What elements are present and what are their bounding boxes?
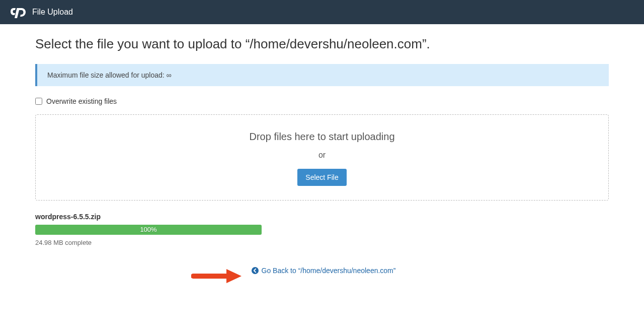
progress-percent-label: 100% [35, 225, 262, 235]
back-link-row: Go Back to “/home/devershu/neoleen.com” [35, 267, 609, 275]
dropzone-text: Drop files here to start uploading [46, 131, 598, 143]
svg-marker-1 [226, 269, 242, 283]
svg-point-2 [252, 267, 259, 274]
app-header: File Upload [0, 0, 644, 24]
overwrite-row[interactable]: Overwrite existing files [35, 97, 609, 105]
progress-bar-fill: 100% [35, 225, 262, 235]
dropzone-or-text: or [46, 151, 598, 160]
page-title: Select the file you want to upload to “/… [35, 36, 609, 52]
go-back-link-label: Go Back to “/home/devershu/neoleen.com” [262, 267, 396, 275]
overwrite-checkbox[interactable] [35, 98, 42, 105]
progress-bar-track: 100% [35, 225, 262, 235]
overwrite-label: Overwrite existing files [46, 97, 117, 105]
circle-arrow-left-icon [252, 267, 259, 274]
upload-filename: wordpress-6.5.5.zip [35, 213, 609, 221]
upload-item: wordpress-6.5.5.zip 100% 24.98 MB comple… [35, 213, 609, 246]
main-content: Select the file you want to upload to “/… [0, 24, 644, 287]
go-back-link[interactable]: Go Back to “/home/devershu/neoleen.com” [252, 267, 396, 275]
select-file-button[interactable]: Select File [297, 169, 346, 186]
upload-status-text: 24.98 MB complete [35, 239, 609, 246]
dropzone[interactable]: Drop files here to start uploading or Se… [35, 114, 609, 201]
max-filesize-banner: Maximum file size allowed for upload: ∞ [35, 64, 609, 86]
cpanel-logo-icon [10, 6, 27, 18]
app-title: File Upload [32, 8, 73, 17]
